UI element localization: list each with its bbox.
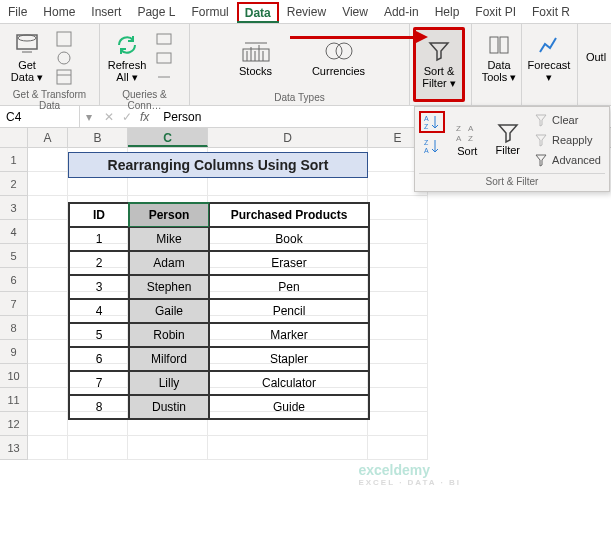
- from-web-icon[interactable]: [56, 50, 72, 66]
- row-header[interactable]: 2: [0, 172, 28, 196]
- svg-rect-11: [490, 37, 498, 53]
- svg-text:A: A: [468, 124, 474, 133]
- title-cell[interactable]: Rearranging Columns Using Sort: [68, 152, 368, 178]
- cell-product[interactable]: Book: [209, 227, 369, 251]
- reapply-button[interactable]: Reapply: [530, 131, 605, 149]
- properties-icon[interactable]: [156, 50, 172, 66]
- cell-person[interactable]: Lilly: [129, 371, 209, 395]
- fx-button[interactable]: fx: [140, 110, 149, 124]
- filter-button[interactable]: Filter: [490, 111, 527, 167]
- enter-icon[interactable]: ✓: [122, 110, 132, 124]
- cell-person[interactable]: Stephen: [129, 275, 209, 299]
- tab-formulas[interactable]: Formul: [183, 1, 236, 23]
- tab-view[interactable]: View: [334, 1, 376, 23]
- svg-text:Z: Z: [424, 139, 429, 146]
- col-header-b[interactable]: B: [68, 128, 128, 147]
- queries-icon[interactable]: [156, 31, 172, 47]
- group-get-transform: Get & Transform Data: [4, 87, 95, 111]
- stocks-icon: [241, 37, 271, 65]
- svg-point-9: [326, 43, 342, 59]
- svg-text:Z: Z: [468, 134, 473, 143]
- cell-person[interactable]: Milford: [129, 347, 209, 371]
- cell-id[interactable]: 6: [69, 347, 129, 371]
- get-data-button[interactable]: Get Data ▾: [4, 27, 50, 87]
- col-header-d[interactable]: D: [208, 128, 368, 147]
- row-header[interactable]: 9: [0, 340, 28, 364]
- select-all-corner[interactable]: [0, 128, 28, 147]
- row-header[interactable]: 1: [0, 148, 28, 172]
- col-header-a[interactable]: A: [28, 128, 68, 147]
- tab-page-layout[interactable]: Page L: [129, 1, 183, 23]
- currencies-icon: [324, 37, 354, 65]
- currencies-label: Currencies: [312, 65, 365, 77]
- row-header[interactable]: 8: [0, 316, 28, 340]
- row-header[interactable]: 6: [0, 268, 28, 292]
- sort-descending-button[interactable]: ZA: [419, 135, 445, 157]
- tab-review[interactable]: Review: [279, 1, 334, 23]
- row-header[interactable]: 4: [0, 220, 28, 244]
- sort-ascending-button[interactable]: AZ: [419, 111, 445, 133]
- cell-product[interactable]: Marker: [209, 323, 369, 347]
- dropdown-footer: Sort & Filter: [419, 173, 605, 187]
- cell-person[interactable]: Adam: [129, 251, 209, 275]
- cell-id[interactable]: 2: [69, 251, 129, 275]
- header-person[interactable]: Person: [129, 203, 209, 227]
- tab-addins[interactable]: Add-in: [376, 1, 427, 23]
- tab-insert[interactable]: Insert: [83, 1, 129, 23]
- cell-person[interactable]: Robin: [129, 323, 209, 347]
- cell-product[interactable]: Stapler: [209, 347, 369, 371]
- refresh-icon: [112, 31, 142, 59]
- outline-button[interactable]: Outl: [582, 27, 610, 87]
- tab-foxit-pdf[interactable]: Foxit PI: [467, 1, 524, 23]
- advanced-button[interactable]: Advanced: [530, 151, 605, 169]
- cell-id[interactable]: 8: [69, 395, 129, 419]
- tab-foxit-reader[interactable]: Foxit R: [524, 1, 578, 23]
- group-data-types: Data Types: [194, 90, 405, 103]
- cell-product[interactable]: Guide: [209, 395, 369, 419]
- cell-product[interactable]: Pencil: [209, 299, 369, 323]
- row-header[interactable]: 5: [0, 244, 28, 268]
- refresh-all-button[interactable]: Refresh All ▾: [104, 27, 150, 87]
- data-tools-button[interactable]: Data Tools ▾: [476, 27, 522, 87]
- cell-id[interactable]: 4: [69, 299, 129, 323]
- svg-rect-0: [17, 35, 37, 49]
- header-product[interactable]: Purchased Products: [209, 203, 369, 227]
- tab-help[interactable]: Help: [427, 1, 468, 23]
- row-header[interactable]: 7: [0, 292, 28, 316]
- row-header[interactable]: 12: [0, 412, 28, 436]
- cancel-icon[interactable]: ✕: [104, 110, 114, 124]
- cell-person[interactable]: Mike: [129, 227, 209, 251]
- svg-rect-4: [57, 70, 71, 84]
- svg-point-1: [18, 35, 36, 41]
- forecast-button[interactable]: Forecast ▾: [526, 27, 572, 87]
- svg-rect-2: [57, 32, 71, 46]
- cell-id[interactable]: 5: [69, 323, 129, 347]
- row-header[interactable]: 3: [0, 196, 28, 220]
- tab-file[interactable]: File: [0, 1, 35, 23]
- cell-person[interactable]: Dustin: [129, 395, 209, 419]
- header-id[interactable]: ID: [69, 203, 129, 227]
- col-header-c[interactable]: C: [128, 128, 208, 147]
- cell-id[interactable]: 3: [69, 275, 129, 299]
- stocks-button[interactable]: Stocks: [226, 27, 286, 87]
- formula-input[interactable]: Person: [155, 110, 201, 124]
- cell-product[interactable]: Pen: [209, 275, 369, 299]
- cell-id[interactable]: 7: [69, 371, 129, 395]
- cell-id[interactable]: 1: [69, 227, 129, 251]
- row-header[interactable]: 11: [0, 388, 28, 412]
- watermark: exceldemy EXCEL · DATA · BI: [358, 462, 461, 487]
- tab-home[interactable]: Home: [35, 1, 83, 23]
- row-header[interactable]: 10: [0, 364, 28, 388]
- clear-button[interactable]: Clear: [530, 111, 605, 129]
- cell-person[interactable]: Gaile: [129, 299, 209, 323]
- sort-filter-dropdown: AZ ZA ZAAZ Sort Filter Clear Reapply: [414, 106, 610, 192]
- svg-point-10: [336, 43, 352, 59]
- from-table-icon[interactable]: [56, 69, 72, 85]
- tab-data[interactable]: Data: [237, 2, 279, 22]
- edit-links-icon[interactable]: [156, 69, 172, 85]
- row-header[interactable]: 13: [0, 436, 28, 460]
- sort-custom-button[interactable]: ZAAZ Sort: [449, 111, 486, 167]
- cell-product[interactable]: Eraser: [209, 251, 369, 275]
- cell-product[interactable]: Calculator: [209, 371, 369, 395]
- from-text-icon[interactable]: [56, 31, 72, 47]
